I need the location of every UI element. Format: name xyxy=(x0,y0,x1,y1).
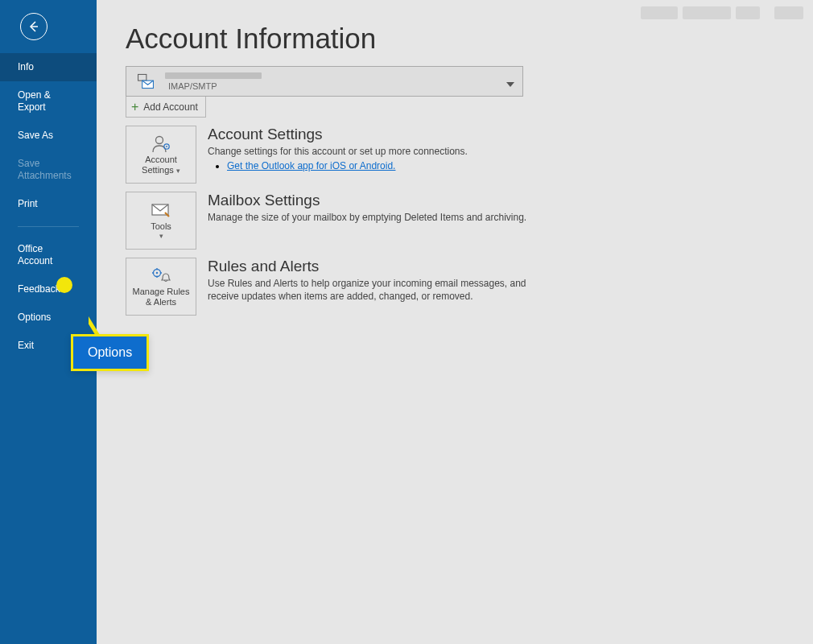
main-content: Account Information IMAP/SMTP + Add Acco… xyxy=(97,0,813,644)
section-rules-alerts: Manage Rules & Alerts Rules and Alerts U… xyxy=(126,258,784,316)
sidebar-label: Open & Export xyxy=(18,89,51,113)
section-desc: Use Rules and Alerts to help organize yo… xyxy=(208,277,546,303)
callout: Options xyxy=(71,334,149,371)
sidebar-item-save-as[interactable]: Save As xyxy=(0,122,97,150)
account-text: IMAP/SMTP xyxy=(162,72,262,91)
person-gear-icon xyxy=(151,134,171,152)
callout-highlight-dot xyxy=(56,277,72,293)
back-button[interactable] xyxy=(0,0,97,53)
sidebar-item-options[interactable]: Options xyxy=(0,303,97,332)
svg-marker-3 xyxy=(506,82,514,87)
page-title: Account Information xyxy=(126,23,784,55)
plus-icon: + xyxy=(131,100,138,114)
manage-rules-tile[interactable]: Manage Rules & Alerts xyxy=(126,258,196,316)
outlook-app-link[interactable]: Get the Outlook app for iOS or Android. xyxy=(227,160,395,171)
window-chip xyxy=(641,6,678,19)
sidebar-label: Info xyxy=(18,61,34,72)
section-desc: Manage the size of your mailbox by empty… xyxy=(208,211,526,224)
sidebar-item-info[interactable]: Info xyxy=(0,53,97,81)
account-email-redacted xyxy=(165,72,262,79)
sidebar-label: Save As xyxy=(18,130,53,141)
section-title: Account Settings xyxy=(208,126,468,143)
chevron-down-icon xyxy=(506,77,514,92)
account-icon xyxy=(134,70,157,93)
window-chip xyxy=(774,6,803,19)
rules-bell-icon xyxy=(151,266,171,284)
sidebar-label: Save Attachments xyxy=(18,158,72,181)
tile-label: Tools ▾ xyxy=(151,221,171,240)
sidebar-item-print[interactable]: Print xyxy=(0,190,97,218)
add-account-button[interactable]: + Add Account xyxy=(126,96,206,118)
window-chip xyxy=(683,6,731,19)
svg-point-6 xyxy=(166,146,167,147)
sidebar-label: Office Account xyxy=(18,243,52,266)
window-controls xyxy=(641,6,803,19)
section-mailbox-settings: Tools ▾ Mailbox Settings Manage the size… xyxy=(126,192,784,250)
tile-label: Manage Rules & Alerts xyxy=(133,287,190,307)
section-title: Rules and Alerts xyxy=(208,258,546,275)
tile-label: Account Settings ▾ xyxy=(142,155,180,175)
sidebar-item-office-account[interactable]: Office Account xyxy=(0,235,97,275)
sidebar-item-feedback[interactable]: Feedback xyxy=(0,275,97,303)
chevron-down-icon: ▾ xyxy=(159,232,163,240)
mailbox-tools-icon xyxy=(151,201,171,219)
section-desc: Change settings for this account or set … xyxy=(208,145,468,158)
account-dropdown[interactable]: IMAP/SMTP xyxy=(126,66,523,97)
account-type: IMAP/SMTP xyxy=(168,81,262,91)
backstage-sidebar: Info Open & Export Save As Save Attachme… xyxy=(0,0,97,644)
section-title: Mailbox Settings xyxy=(208,192,526,209)
svg-point-4 xyxy=(156,136,163,143)
section-account-settings: Account Settings ▾ Account Settings Chan… xyxy=(126,126,784,184)
account-settings-tile[interactable]: Account Settings ▾ xyxy=(126,126,196,184)
svg-point-9 xyxy=(156,272,158,274)
sidebar-item-save-attachments: Save Attachments xyxy=(0,150,97,190)
sidebar-label: Options xyxy=(18,312,51,323)
window-chip xyxy=(736,6,760,19)
back-arrow-icon xyxy=(20,13,47,40)
sidebar-item-open-export[interactable]: Open & Export xyxy=(0,81,97,122)
sidebar-label: Exit xyxy=(18,340,34,351)
sidebar-label: Feedback xyxy=(18,283,60,295)
add-account-label: Add Account xyxy=(143,101,197,113)
sidebar-divider xyxy=(18,226,79,227)
chevron-down-icon: ▾ xyxy=(176,167,180,175)
svg-rect-1 xyxy=(138,74,147,80)
tools-tile[interactable]: Tools ▾ xyxy=(126,192,196,250)
sidebar-label: Print xyxy=(18,198,38,209)
callout-label: Options xyxy=(71,334,149,371)
